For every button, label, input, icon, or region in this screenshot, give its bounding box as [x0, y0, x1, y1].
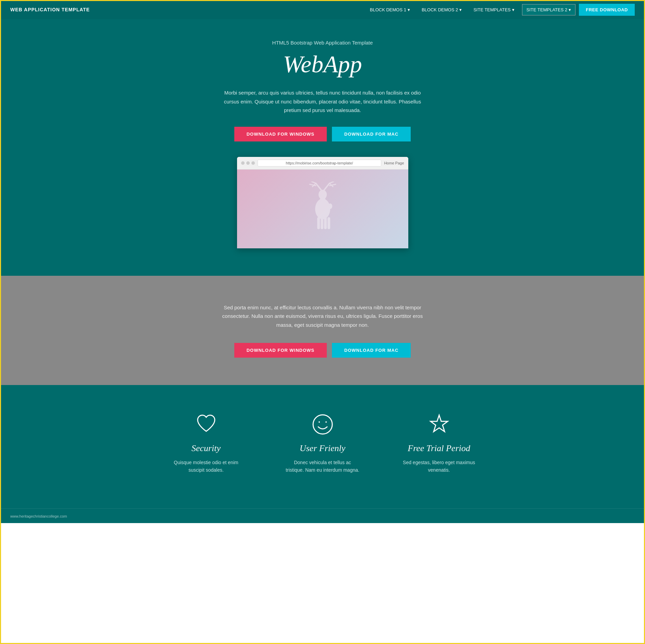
svg-point-15 [328, 203, 332, 209]
browser-content [237, 170, 408, 248]
feature-free-trial-desc: Sed egestas, libero eget maximus venenat… [401, 459, 477, 474]
browser-dot-1 [241, 161, 245, 165]
deer-silhouette-icon [302, 182, 343, 236]
mid-buttons: DOWNLOAD FOR WINDOWS DOWNLOAD FOR MAC [7, 343, 638, 358]
hero-description: Morbi semper, arcu quis varius ultricies… [220, 88, 425, 115]
browser-dots [241, 161, 255, 165]
smiley-icon [311, 412, 335, 436]
mid-description: Sed porta enim nunc, at efficitur lectus… [216, 303, 429, 330]
svg-point-8 [319, 190, 327, 199]
nav-block-demos-1[interactable]: BLOCK DEMOS 1 ▾ [366, 4, 414, 15]
feature-user-friendly: User Frienly Donec vehicula et tellus ac… [285, 412, 360, 474]
download-mac-button[interactable]: DOWNLOAD FOR MAC [332, 127, 411, 141]
browser-home-label: Home Page [384, 161, 404, 165]
svg-line-5 [330, 182, 334, 183]
features-grid: Security Quisque molestie odio et enim s… [169, 412, 477, 474]
svg-rect-10 [320, 198, 325, 204]
chevron-down-icon: ▾ [408, 7, 410, 12]
feature-free-trial-title: Free Trial Period [408, 443, 470, 454]
star-icon [427, 412, 451, 436]
svg-point-17 [319, 421, 320, 423]
navbar-right: BLOCK DEMOS 1 ▾ BLOCK DEMOS 2 ▾ SITE TEM… [366, 4, 635, 16]
svg-rect-11 [317, 217, 320, 229]
svg-point-16 [313, 415, 332, 434]
svg-line-1 [312, 182, 316, 183]
free-download-button[interactable]: FREE DOWNLOAD [579, 4, 635, 16]
browser-mockup: https://mobirise.com/bootstrap-template/… [237, 157, 408, 248]
browser-url: https://mobirise.com/bootstrap-template/ [258, 160, 382, 166]
navbar: WEB APPLICATION TEMPLATE BLOCK DEMOS 1 ▾… [0, 0, 645, 19]
feature-security-desc: Quisque molestie odio et enim suscipit s… [169, 459, 244, 474]
browser-dot-3 [251, 161, 255, 165]
feature-security-title: Security [191, 443, 221, 454]
chevron-down-icon: ▾ [569, 7, 571, 12]
brand-logo: WEB APPLICATION TEMPLATE [10, 7, 90, 12]
chevron-down-icon: ▾ [459, 7, 462, 12]
svg-rect-12 [321, 217, 323, 229]
svg-point-18 [325, 421, 327, 423]
mid-download-windows-button[interactable]: DOWNLOAD FOR WINDOWS [234, 343, 327, 358]
browser-toolbar: https://mobirise.com/bootstrap-template/… [237, 157, 408, 170]
hero-buttons: DOWNLOAD FOR WINDOWS DOWNLOAD FOR MAC [7, 127, 638, 141]
browser-dot-2 [246, 161, 250, 165]
nav-site-templates[interactable]: SITE TEMPLATES ▾ [469, 4, 519, 15]
nav-block-demos-2[interactable]: BLOCK DEMOS 2 ▾ [418, 4, 466, 15]
feature-user-friendly-desc: Donec vehicula et tellus ac tristique. N… [285, 459, 360, 474]
chevron-down-icon: ▾ [512, 7, 514, 12]
footer: www.heritagechristiancollege.com [0, 508, 645, 523]
hero-section: HTML5 Bootstrap Web Application Template… [0, 19, 645, 276]
feature-security: Security Quisque molestie odio et enim s… [169, 412, 244, 474]
svg-marker-19 [431, 415, 448, 432]
footer-url: www.heritagechristiancollege.com [10, 514, 67, 518]
svg-rect-13 [324, 217, 327, 229]
features-section: Security Quisque molestie odio et enim s… [0, 385, 645, 508]
mid-section: Sed porta enim nunc, at efficitur lectus… [0, 276, 645, 385]
hero-subtitle: HTML5 Bootstrap Web Application Template [7, 40, 638, 46]
mid-download-mac-button[interactable]: DOWNLOAD FOR MAC [332, 343, 411, 358]
heart-icon [194, 412, 218, 436]
nav-site-templates-2[interactable]: SITE TEMPLATES 2 ▾ [522, 4, 575, 15]
download-windows-button[interactable]: DOWNLOAD FOR WINDOWS [234, 127, 327, 141]
hero-title: WebApp [7, 51, 638, 78]
feature-user-friendly-title: User Frienly [300, 443, 346, 454]
svg-rect-14 [327, 217, 330, 229]
feature-free-trial: Free Trial Period Sed egestas, libero eg… [401, 412, 477, 474]
